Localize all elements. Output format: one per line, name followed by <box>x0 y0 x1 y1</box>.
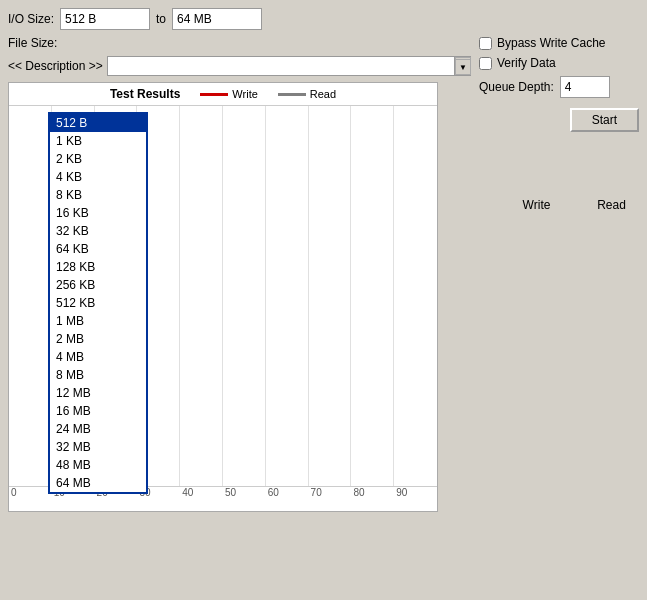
read-col-header: Read <box>584 198 639 212</box>
desc-scrollbar: ▲ ▼ <box>454 57 470 75</box>
dropdown-item-8kb[interactable]: 8 KB <box>50 186 146 204</box>
file-size-row: File Size: <box>8 36 471 50</box>
dropdown-item-1kb[interactable]: 1 KB <box>50 132 146 150</box>
col-headers-area: Write Read <box>479 198 639 212</box>
dropdown-item-16kb[interactable]: 16 KB <box>50 204 146 222</box>
dropdown-item-128kb[interactable]: 128 KB <box>50 258 146 276</box>
dropdown-item-256kb[interactable]: 256 KB <box>50 276 146 294</box>
x-label-80: 80 <box>351 487 394 508</box>
description-row: << Description >> ▲ ▼ <box>8 56 471 76</box>
queue-depth-row: Queue Depth: 4 1 2 8 16 32 <box>479 76 639 98</box>
io-size-to-wrapper: 64 MB 512 B 1 KB 2 KB 4 KB 8 KB 16 KB 32… <box>172 8 262 30</box>
chart-header: Test Results Write Read <box>9 83 437 106</box>
queue-depth-select[interactable]: 4 1 2 8 16 32 <box>560 76 610 98</box>
write-legend-line <box>200 93 228 96</box>
left-panel: File Size: << Description >> ▲ ▼ 512 B 1… <box>8 36 471 512</box>
dropdown-item-1mb[interactable]: 1 MB <box>50 312 146 330</box>
legend-write: Write <box>200 88 257 100</box>
dropdown-item-32mb[interactable]: 32 MB <box>50 438 146 456</box>
chart-container: 512 B 1 KB 2 KB 4 KB 8 KB 16 KB 32 KB 64… <box>8 82 471 512</box>
read-legend-line <box>278 93 306 96</box>
dropdown-item-512kb[interactable]: 512 KB <box>50 294 146 312</box>
dropdown-item-16mb[interactable]: 16 MB <box>50 402 146 420</box>
bypass-write-cache-checkbox[interactable] <box>479 37 492 50</box>
dropdown-item-48mb[interactable]: 48 MB <box>50 456 146 474</box>
content-area: File Size: << Description >> ▲ ▼ 512 B 1… <box>8 36 639 512</box>
chart-title: Test Results <box>110 87 180 101</box>
x-label-70: 70 <box>309 487 352 508</box>
file-size-label: File Size: <box>8 36 57 50</box>
x-label-0: 0 <box>9 487 52 508</box>
x-label-90: 90 <box>394 487 437 508</box>
x-label-50: 50 <box>223 487 266 508</box>
verify-data-label: Verify Data <box>497 56 556 70</box>
io-size-from-select[interactable]: 512 B 1 KB 2 KB 4 KB 8 KB 16 KB 32 KB 64… <box>60 8 150 30</box>
io-size-row: I/O Size: 512 B 1 KB 2 KB 4 KB 8 KB 16 K… <box>8 8 639 30</box>
io-size-from-wrapper: 512 B 1 KB 2 KB 4 KB 8 KB 16 KB 32 KB 64… <box>60 8 150 30</box>
io-size-to-select[interactable]: 64 MB 512 B 1 KB 2 KB 4 KB 8 KB 16 KB 32… <box>172 8 262 30</box>
scroll-down-btn[interactable]: ▼ <box>455 59 471 75</box>
dropdown-item-32kb[interactable]: 32 KB <box>50 222 146 240</box>
verify-data-row: Verify Data <box>479 56 639 70</box>
to-label: to <box>156 12 166 26</box>
dropdown-item-12mb[interactable]: 12 MB <box>50 384 146 402</box>
dropdown-item-64mb[interactable]: 64 MB <box>50 474 146 492</box>
io-size-label: I/O Size: <box>8 12 54 26</box>
dropdown-item-512b[interactable]: 512 B <box>50 114 146 132</box>
dropdown-item-64kb[interactable]: 64 KB <box>50 240 146 258</box>
bypass-write-cache-label: Bypass Write Cache <box>497 36 606 50</box>
description-label: << Description >> <box>8 59 103 73</box>
x-label-40: 40 <box>180 487 223 508</box>
bypass-write-cache-row: Bypass Write Cache <box>479 36 639 50</box>
write-col-header: Write <box>509 198 564 212</box>
dropdown-item-4mb[interactable]: 4 MB <box>50 348 146 366</box>
right-panel: Bypass Write Cache Verify Data Queue Dep… <box>479 36 639 512</box>
queue-depth-wrapper: 4 1 2 8 16 32 <box>560 76 610 98</box>
x-label-60: 60 <box>266 487 309 508</box>
start-button[interactable]: Start <box>570 108 639 132</box>
dropdown-item-24mb[interactable]: 24 MB <box>50 420 146 438</box>
dropdown-item-2kb[interactable]: 2 KB <box>50 150 146 168</box>
queue-depth-label: Queue Depth: <box>479 80 554 94</box>
dropdown-item-8mb[interactable]: 8 MB <box>50 366 146 384</box>
legend-write-label: Write <box>232 88 257 100</box>
dropdown-item-2mb[interactable]: 2 MB <box>50 330 146 348</box>
legend-read: Read <box>278 88 336 100</box>
description-box: ▲ ▼ <box>107 56 471 76</box>
verify-data-checkbox[interactable] <box>479 57 492 70</box>
io-size-dropdown[interactable]: 512 B 1 KB 2 KB 4 KB 8 KB 16 KB 32 KB 64… <box>48 112 148 494</box>
legend-read-label: Read <box>310 88 336 100</box>
col-headers: Write Read <box>479 198 639 212</box>
main-container: I/O Size: 512 B 1 KB 2 KB 4 KB 8 KB 16 K… <box>0 0 647 600</box>
dropdown-item-4kb[interactable]: 4 KB <box>50 168 146 186</box>
